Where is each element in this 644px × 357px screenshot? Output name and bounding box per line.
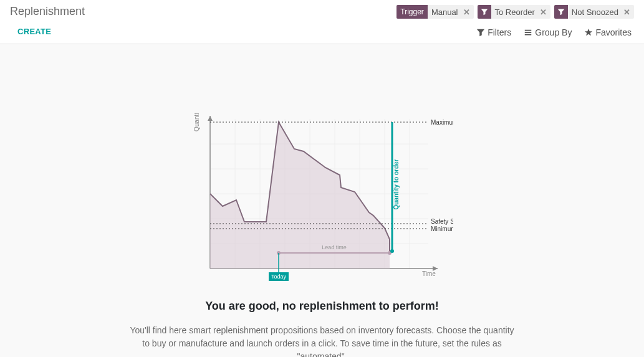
groupby-label: Group By bbox=[535, 27, 572, 37]
groupby-button[interactable]: Group By bbox=[524, 27, 572, 37]
empty-title: You are good, no replenishment to perfor… bbox=[25, 300, 619, 313]
qty-order-label: Quantity to order bbox=[393, 159, 400, 209]
close-icon[interactable]: ✕ bbox=[539, 7, 550, 17]
facet-trigger[interactable]: Trigger Manual ✕ bbox=[396, 5, 473, 19]
close-icon[interactable]: ✕ bbox=[622, 7, 634, 17]
favorites-button[interactable]: Favorites bbox=[584, 27, 632, 37]
favorites-label: Favorites bbox=[595, 27, 632, 37]
replenishment-chart: Maximum Safety Stock Minimum Lead time Q… bbox=[191, 113, 453, 290]
facet-value: Manual bbox=[428, 6, 462, 18]
funnel-icon bbox=[476, 28, 485, 37]
y-axis-label: Quantity bbox=[193, 113, 200, 131]
leadtime-label: Lead time bbox=[322, 244, 347, 250]
funnel-icon bbox=[478, 5, 491, 19]
safety-stock-label: Safety Stock bbox=[431, 218, 453, 225]
filters-button[interactable]: Filters bbox=[476, 27, 511, 37]
minimum-label: Minimum bbox=[431, 226, 453, 232]
today-label: Today bbox=[271, 274, 286, 280]
funnel-icon bbox=[554, 5, 568, 19]
create-button[interactable]: CREATE bbox=[17, 27, 85, 36]
search-facets: Trigger Manual ✕ To Reorder ✕ Not Snooze… bbox=[396, 5, 634, 19]
empty-state: Maximum Safety Stock Minimum Lead time Q… bbox=[0, 44, 644, 357]
facet-value: Not Snoozed bbox=[568, 6, 622, 18]
star-icon bbox=[584, 28, 593, 37]
facet-value: To Reorder bbox=[491, 6, 539, 18]
facet-category: Trigger bbox=[396, 5, 428, 19]
facet-to-reorder[interactable]: To Reorder ✕ bbox=[478, 5, 550, 19]
close-icon[interactable]: ✕ bbox=[462, 7, 474, 17]
svg-point-23 bbox=[390, 249, 394, 253]
list-icon bbox=[524, 28, 532, 37]
empty-description: You'll find here smart replenishment pro… bbox=[129, 324, 516, 357]
maximum-label: Maximum bbox=[431, 119, 453, 126]
page-title: Replenishment bbox=[10, 5, 85, 18]
filters-label: Filters bbox=[488, 27, 511, 37]
facet-not-snoozed[interactable]: Not Snoozed ✕ bbox=[554, 5, 634, 19]
x-axis-label: Time bbox=[422, 270, 436, 277]
